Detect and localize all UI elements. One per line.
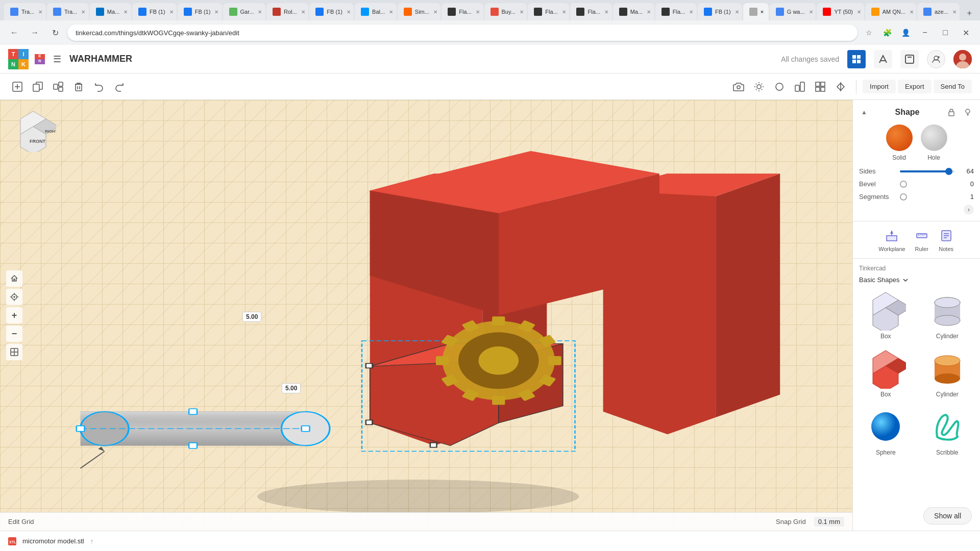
shape-item-box-wire[interactable]: Box	[857, 288, 915, 342]
view-code-button[interactable]	[900, 50, 919, 68]
grid-icon[interactable]	[811, 78, 829, 96]
shape-item-sphere[interactable]: Sphere	[857, 404, 915, 458]
app-menu-button[interactable]: ☰	[53, 54, 61, 65]
send-to-button[interactable]: Send To	[934, 80, 972, 93]
tab-1[interactable]: Tra... ✕	[4, 3, 46, 20]
tab-ma[interactable]: Ma... ✕	[613, 3, 654, 20]
navigation-cube[interactable]: FRONT RIGHT	[10, 106, 56, 152]
maximize-button[interactable]: □	[937, 24, 953, 41]
tab-sim[interactable]: Sim... ✕	[398, 3, 441, 20]
home-view-button[interactable]	[6, 270, 22, 287]
view-2d-button[interactable]	[874, 50, 892, 68]
svg-rect-75	[492, 316, 505, 325]
shape-item-cylinder-wire[interactable]: Cylinder	[919, 288, 976, 342]
zoom-in-button[interactable]: +	[6, 307, 22, 323]
tab-gar[interactable]: Gar... ✕	[223, 3, 265, 20]
shape-icon[interactable]	[770, 78, 789, 96]
bottom-expand-button[interactable]: ↑	[90, 538, 93, 545]
extensions-icon[interactable]: 🧩	[880, 26, 894, 40]
view-icon[interactable]	[791, 78, 809, 96]
shape-item-scribble[interactable]: Scribble	[919, 404, 976, 458]
svg-point-95	[14, 296, 15, 297]
tab-2[interactable]: Tra... ✕	[47, 3, 89, 20]
workplane-tool[interactable]: Workplane	[878, 228, 905, 252]
snap-value[interactable]: 0.1 mm	[814, 517, 844, 527]
bevel-label: Bevel	[859, 180, 896, 188]
tab-rol[interactable]: Rol... ✕	[266, 3, 308, 20]
save-status: All changes saved	[781, 55, 839, 63]
light-icon[interactable]	[750, 78, 768, 96]
zoom-out-button[interactable]: −	[6, 325, 22, 342]
tab-fb3[interactable]: FB (1) ✕	[309, 3, 354, 20]
viewport[interactable]: 5.00 5.00 FRONT RIGHT	[0, 100, 852, 531]
hole-option[interactable]: Hole	[921, 124, 947, 161]
redo-button[interactable]	[110, 78, 129, 96]
ruler-label: Ruler	[915, 246, 928, 252]
add-user-button[interactable]	[927, 50, 945, 68]
library-category-dropdown[interactable]: Basic Shapes	[857, 276, 976, 284]
group-button[interactable]	[49, 78, 67, 96]
library-category-label: Basic Shapes	[859, 276, 900, 284]
sides-slider[interactable]	[900, 170, 954, 172]
bevel-radio[interactable]	[900, 181, 907, 188]
reload-button[interactable]: ↻	[47, 24, 63, 41]
tab-3[interactable]: Ma... ✕	[90, 3, 131, 20]
shape-item-cylinder-orange[interactable]: Cylinder	[919, 346, 976, 400]
tab-aze[interactable]: aze... ✕	[917, 3, 960, 20]
tab-bal[interactable]: Bal... ✕	[355, 3, 397, 20]
shape-thumb-cylinder-orange	[927, 348, 968, 389]
user-profile-avatar[interactable]	[953, 50, 972, 68]
new-shape-button[interactable]	[8, 78, 27, 96]
sides-value: 64	[959, 167, 974, 175]
notes-tool[interactable]: Notes	[938, 228, 954, 252]
mirror-icon[interactable]	[831, 78, 850, 96]
tab-fb1[interactable]: FB (1) ✕	[132, 3, 177, 20]
svg-point-33	[776, 83, 783, 90]
tab-yt[interactable]: YT (50) ✕	[817, 3, 864, 20]
tab-fla3[interactable]: Fla... ✕	[570, 3, 611, 20]
fit-view-button[interactable]	[6, 289, 22, 305]
tab-fb2[interactable]: FB (1) ✕	[178, 3, 222, 20]
tab-am[interactable]: AM QN... ✕	[865, 3, 916, 20]
camera-icon[interactable]	[729, 78, 748, 96]
svg-rect-110	[917, 234, 927, 238]
shape-options: Solid Hole	[859, 124, 974, 161]
svg-rect-84	[436, 356, 449, 365]
tab-fla2[interactable]: Fla... ✕	[528, 3, 569, 20]
tab-active[interactable]: ×	[743, 3, 769, 20]
tab-bar: Tra... ✕ Tra... ✕ Ma... ✕ FB (1) ✕ FB (1…	[0, 0, 980, 20]
tab-close-1[interactable]: ✕	[38, 9, 42, 15]
address-input[interactable]	[67, 24, 857, 41]
svg-rect-70	[430, 443, 437, 447]
profile-icon[interactable]: 👤	[898, 26, 913, 40]
solid-option[interactable]: Solid	[886, 124, 913, 161]
undo-button[interactable]	[90, 78, 108, 96]
segments-radio[interactable]	[900, 193, 907, 201]
forward-button[interactable]: →	[27, 24, 43, 41]
view-toolbar: Workplane Ruler Notes	[853, 221, 980, 259]
ruler-tool[interactable]: Ruler	[914, 228, 930, 252]
tab-fb4[interactable]: FB (1) ✕	[698, 3, 742, 20]
edit-grid-button[interactable]: Edit Grid	[8, 518, 34, 525]
view-3d-button[interactable]	[847, 50, 866, 68]
tab-buy[interactable]: Buy... ✕	[484, 3, 527, 20]
back-button[interactable]: ←	[6, 24, 22, 41]
show-all-button[interactable]: Show all	[923, 507, 972, 524]
tab-gwa[interactable]: G wa... ✕	[770, 3, 816, 20]
minimize-button[interactable]: −	[917, 24, 933, 41]
light-bulb-icon[interactable]	[962, 106, 974, 118]
tab-fla4[interactable]: Fla... ✕	[655, 3, 697, 20]
delete-button[interactable]	[69, 78, 88, 96]
export-button[interactable]: Export	[898, 80, 932, 93]
shape-item-box-red[interactable]: Box	[857, 346, 915, 400]
lock-icon[interactable]	[945, 106, 958, 118]
import-button[interactable]: Import	[863, 80, 896, 93]
bookmark-icon[interactable]: ☆	[862, 26, 876, 40]
tab-fla1[interactable]: Fla... ✕	[442, 3, 483, 20]
close-button[interactable]: ✕	[958, 24, 974, 41]
copy-button[interactable]	[29, 78, 47, 96]
view-cube-button[interactable]	[6, 344, 22, 360]
new-tab-button[interactable]: +	[963, 6, 976, 20]
scroll-down-button[interactable]: ›	[964, 205, 974, 215]
panel-collapse-button[interactable]: ▲	[859, 107, 869, 117]
